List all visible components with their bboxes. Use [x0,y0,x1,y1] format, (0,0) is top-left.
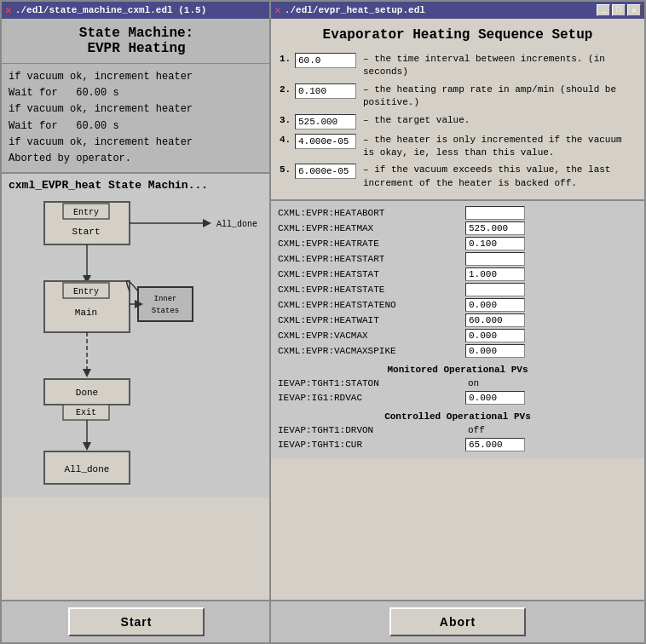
pv-value-vacmaxspike[interactable] [465,344,525,358]
maximize-button[interactable]: □ [612,4,626,16]
pv-value-rdvac[interactable] [465,391,525,405]
header-line1: State Machine: [9,26,264,41]
main-text: Main [75,308,97,318]
inner-states-line1: Inner [153,295,176,303]
minimize-button[interactable]: _ [597,4,610,16]
controlled-header: Controlled Operational PVs [278,411,637,422]
pv-row-rdvac: IEVAP:IG1:RDVAC [278,391,637,405]
param-input-4[interactable] [295,134,356,149]
pv-value-heatstate[interactable] [465,283,525,296]
pv-row-vacmaxspike: CXML:EVPR:VACMAXSPIKE [278,344,637,358]
pv-name-heatstateno: CXML:EVPR:HEATSTATENO [278,300,465,310]
right-bottom-buttons: Abort [271,600,644,642]
pv-value-heatwait[interactable] [465,313,525,327]
pv-name-vacmaxspike: CXML:EVPR:VACMAXSPIKE [278,346,465,356]
pv-value-heatstat[interactable] [465,267,525,281]
log-line-5: if vacuum ok, increment heater [9,135,264,151]
pv-name-heatstart: CXML:EVPR:HEATSTART [278,254,465,264]
inner-states-line2: States [152,307,179,315]
pv-row-heatabort: CXML:EVPR:HEATABORT [278,206,637,220]
param-num-2: 2. [280,83,295,96]
pv-name-heatabort: CXML:EVPR:HEATABORT [278,208,465,218]
pv-value-heatmax[interactable] [465,221,525,235]
close-icon: ✕ [5,3,12,17]
param-num-1: 1. [280,53,295,66]
param-input-5[interactable] [295,164,356,179]
left-bottom-buttons: Start [2,600,271,642]
pv-name-staton: IEVAP:TGHT1:STATON [278,378,465,388]
pv-value-staton: on [465,377,525,389]
start-button[interactable]: Start [68,607,205,636]
param-row-5: 5. – if the vacuum exceeds this value, t… [280,164,636,190]
entry-start-label: Entry [73,208,99,217]
pv-name-heatstate: CXML:EVPR:HEATSTATE [278,285,465,295]
param-input-3[interactable] [295,114,356,129]
pv-row-drvon: IEVAP:TGHT1:DRVON off [278,424,637,436]
status-log: if vacuum ok, increment heater Wait for … [2,64,271,174]
param-num-4: 4. [280,134,295,147]
arrow-alldone-head [203,219,211,227]
param-desc-4: – the heater is only incremented if the … [363,134,636,160]
all-done-label: All_done [216,220,257,229]
pv-value-cur[interactable] [465,438,525,451]
param-num-5: 5. [280,164,295,176]
pv-row-vacmax: CXML:EVPR:VACMAX [278,329,637,342]
pv-row-heatmax: CXML:EVPR:HEATMAX [278,221,637,235]
setup-close-icon: ✕ [274,3,281,17]
state-diagram-container: cxml_EVPR_heat State Machin... Entry Sta… [2,174,271,497]
pv-value-vacmax[interactable] [465,329,525,342]
setup-titlebar: ✕ ./edl/evpr_heat_setup.edl _ □ ✕ [271,2,644,19]
entry-main-label: Entry [73,287,99,296]
log-line-1: if vacuum ok, increment heater [9,69,264,85]
pv-name-vacmax: CXML:EVPR:VACMAX [278,331,465,341]
pv-row-heatstate: CXML:EVPR:HEATSTATE [278,283,637,296]
monitored-header: Monitored Operational PVs [278,365,637,375]
pv-name-heatrate: CXML:EVPR:HEATRATE [278,239,465,249]
state-machine-header: State Machine: EVPR Heating [2,19,271,64]
pv-row-heatwait: CXML:EVPR:HEATWAIT [278,313,637,327]
log-line-6: Aborted by operator. [9,151,264,167]
pv-value-heatstateno[interactable] [465,298,525,312]
abort-button[interactable]: Abort [389,607,526,636]
pv-name-heatstat: CXML:EVPR:HEATSTAT [278,269,465,279]
close-button[interactable]: ✕ [627,4,641,16]
state-machine-window: ✕ ./edl/state_machine_cxml.edl (1.5) Sta… [0,0,273,644]
pv-name-drvon: IEVAP:TGHT1:DRVON [278,425,465,435]
pv-row-staton: IEVAP:TGHT1:STATON on [278,377,637,389]
param-row-3: 3. – the target value. [280,114,636,129]
pv-row-heatstateno: CXML:EVPR:HEATSTATENO [278,298,637,312]
setup-window: ✕ ./edl/evpr_heat_setup.edl _ □ ✕ Evapor… [269,0,646,644]
pv-value-heatabort[interactable] [465,206,525,220]
pv-section: CXML:EVPR:HEATABORT CXML:EVPR:HEATMAX CX… [271,201,644,458]
pv-name-heatmax: CXML:EVPR:HEATMAX [278,223,465,233]
state-machine-titlebar: ✕ ./edl/state_machine_cxml.edl (1.5) [2,2,271,19]
log-line-2: Wait for 60.00 s [9,85,264,101]
all-done-box-label: All_done [65,464,110,474]
setup-heading: Evaporator Heating Sequence Setup [271,19,644,48]
pv-row-heatstart: CXML:EVPR:HEATSTART [278,252,637,266]
pv-row-cur: IEVAP:TGHT1:CUR [278,438,637,451]
param-row-1: 1. – the time interval between increment… [280,53,636,79]
state-diagram-svg: Entry Start All_done Entry Main Inner St… [10,193,274,492]
setup-params: 1. – the time interval between increment… [271,48,644,201]
param-desc-3: – the target value. [363,114,636,127]
param-row-2: 2. – the heating ramp rate in amp/min (s… [280,83,636,110]
pv-value-drvon: off [465,424,525,436]
param-input-1[interactable] [295,53,356,68]
pv-name-cur: IEVAP:TGHT1:CUR [278,440,465,450]
pv-row-heatstat: CXML:EVPR:HEATSTAT [278,267,637,281]
pv-value-heatstart[interactable] [465,252,525,266]
window-controls: _ □ ✕ [597,4,641,16]
log-line-4: Wait for 60.00 s [9,118,264,135]
param-desc-2: – the heating ramp rate in amp/min (shou… [363,83,636,110]
diagram-title: cxml_EVPR_heat State Machin... [2,174,271,193]
param-input-2[interactable] [295,83,356,99]
start-text: Start [72,227,100,237]
pv-name-rdvac: IEVAP:IG1:RDVAC [278,393,465,403]
log-line-3: if vacuum ok, increment heater [9,101,264,118]
param-desc-5: – if the vacuum exceeds this value, the … [363,164,636,190]
pv-value-heatrate[interactable] [465,237,525,250]
param-desc-1: – the time interval between increments. … [363,53,636,79]
exit-label: Exit [76,408,96,417]
arrow-main-done-head [83,369,91,377]
